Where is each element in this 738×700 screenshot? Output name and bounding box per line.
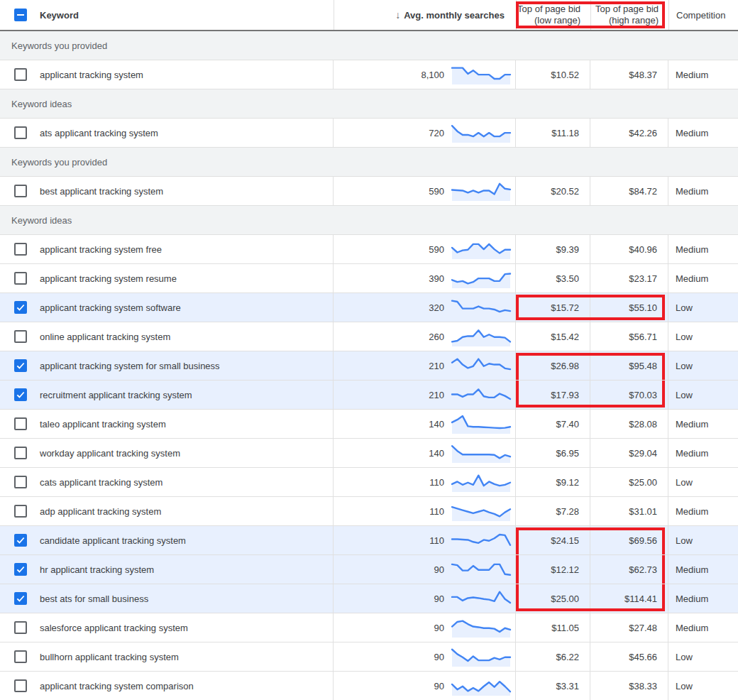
- row-checkbox[interactable]: [14, 301, 27, 314]
- keyword-cell: adp applicant tracking system: [40, 497, 334, 525]
- bid-high-cell: $84.72: [590, 177, 668, 205]
- row-checkbox[interactable]: [14, 592, 27, 605]
- section-header-label: Keyword ideas: [11, 215, 72, 226]
- bid-high-cell: $31.01: [590, 497, 668, 525]
- checkmark-icon: [16, 361, 26, 371]
- keyword-cell: applicant tracking system comparison: [40, 672, 334, 700]
- bid-high-value: $84.72: [629, 186, 657, 197]
- search-trend-sparkline[interactable]: [451, 647, 512, 667]
- table-row: workday applicant tracking system140$6.9…: [0, 439, 738, 468]
- column-header-searches[interactable]: ↓ Avg. monthly searches: [334, 0, 516, 30]
- keyword-cell: applicant tracking system for small busi…: [40, 351, 334, 380]
- column-header-keyword[interactable]: Keyword: [40, 0, 334, 30]
- search-trend-sparkline[interactable]: [451, 356, 512, 376]
- bid-low-cell: $3.50: [516, 264, 590, 292]
- bid-low-value: $6.95: [556, 448, 579, 459]
- keyword-cell: hr applicant tracking system: [40, 555, 334, 584]
- bid-high-cell: $27.48: [590, 613, 668, 642]
- keyword-text: bullhorn applicant tracking system: [40, 652, 179, 662]
- search-trend-sparkline[interactable]: [451, 65, 512, 84]
- search-trend-sparkline[interactable]: [451, 297, 512, 317]
- keyword-cell: salesforce applicant tracking system: [40, 613, 334, 642]
- competition-value: Medium: [676, 419, 708, 430]
- searches-value: 90: [434, 564, 444, 575]
- searches-value: 90: [434, 652, 444, 662]
- bid-low-cell: $3.31: [516, 672, 590, 700]
- table-row: applicant tracking system resume390$3.50…: [0, 264, 738, 293]
- search-trend-sparkline[interactable]: [451, 414, 512, 434]
- search-trend-sparkline[interactable]: [451, 501, 512, 521]
- bid-high-value: $45.66: [629, 652, 657, 662]
- checkmark-icon: [16, 564, 26, 574]
- select-all-checkbox[interactable]: [14, 9, 27, 21]
- competition-value: Low: [676, 652, 693, 662]
- row-checkbox[interactable]: [14, 272, 27, 285]
- row-checkbox-cell: [0, 613, 40, 642]
- search-trend-sparkline[interactable]: [451, 385, 512, 405]
- row-checkbox[interactable]: [14, 621, 27, 634]
- row-checkbox[interactable]: [14, 68, 27, 81]
- competition-cell: Low: [668, 351, 738, 380]
- table-row: applicant tracking system free590$9.39$4…: [0, 235, 738, 264]
- search-trend-sparkline[interactable]: [451, 618, 512, 638]
- bid-low-cell: $6.95: [516, 439, 590, 467]
- competition-value: Medium: [676, 623, 708, 633]
- bid-high-value: $40.96: [629, 244, 657, 255]
- column-header-competition[interactable]: Competition: [668, 0, 738, 30]
- table-row: best applicant tracking system590$20.52$…: [0, 177, 738, 206]
- bid-high-value: $48.37: [629, 70, 657, 80]
- row-checkbox[interactable]: [14, 505, 27, 518]
- row-checkbox[interactable]: [14, 417, 27, 430]
- row-checkbox-cell: [0, 293, 40, 322]
- searches-value: 90: [434, 681, 444, 691]
- bid-high-value: $42.26: [629, 128, 657, 138]
- search-trend-sparkline[interactable]: [451, 181, 512, 201]
- search-trend-sparkline[interactable]: [451, 676, 512, 696]
- table-row: taleo applicant tracking system140$7.40$…: [0, 410, 738, 439]
- row-checkbox[interactable]: [14, 534, 27, 547]
- row-checkbox[interactable]: [14, 243, 27, 256]
- bid-high-value: $23.17: [629, 273, 657, 284]
- row-checkbox[interactable]: [14, 563, 27, 576]
- section-header-row: Keywords you provided: [0, 148, 738, 177]
- competition-header-label: Competition: [676, 10, 725, 21]
- competition-value: Medium: [676, 128, 708, 138]
- column-header-bid-high[interactable]: Top of page bid(high range): [590, 0, 668, 30]
- bid-high-cell: $40.96: [590, 235, 668, 263]
- search-trend-sparkline[interactable]: [451, 268, 512, 288]
- bid-low-cell: $17.93: [516, 381, 590, 409]
- row-checkbox[interactable]: [14, 650, 27, 663]
- row-checkbox[interactable]: [14, 476, 27, 488]
- row-checkbox[interactable]: [14, 185, 27, 197]
- search-trend-sparkline[interactable]: [451, 530, 512, 550]
- bid-high-value: $55.10: [629, 302, 657, 313]
- bid-low-value: $7.40: [556, 419, 579, 430]
- search-trend-sparkline[interactable]: [451, 589, 512, 608]
- searches-value: 260: [429, 332, 444, 342]
- searches-cell: 90: [334, 642, 516, 671]
- search-trend-sparkline[interactable]: [451, 559, 512, 579]
- search-trend-sparkline[interactable]: [451, 472, 512, 492]
- row-checkbox[interactable]: [14, 126, 27, 139]
- competition-cell: Medium: [668, 410, 738, 438]
- column-header-bid-low[interactable]: Top of page bid(low range): [516, 0, 590, 30]
- row-checkbox[interactable]: [14, 388, 27, 401]
- row-checkbox[interactable]: [14, 330, 27, 343]
- bid-high-value: $29.04: [629, 448, 657, 459]
- row-checkbox[interactable]: [14, 679, 27, 692]
- search-trend-sparkline[interactable]: [451, 123, 512, 143]
- searches-cell: 140: [334, 410, 516, 438]
- search-trend-sparkline[interactable]: [451, 239, 512, 259]
- bid-low-value: $3.50: [556, 273, 579, 284]
- searches-value: 110: [429, 535, 444, 546]
- keyword-text: ats applicant tracking system: [40, 128, 158, 138]
- searches-cell: 590: [334, 235, 516, 263]
- select-all-cell: [0, 0, 40, 30]
- row-checkbox[interactable]: [14, 447, 27, 459]
- searches-cell: 140: [334, 439, 516, 467]
- bid-high-cell: $38.33: [590, 672, 668, 700]
- searches-value: 210: [429, 390, 444, 400]
- search-trend-sparkline[interactable]: [451, 327, 512, 346]
- search-trend-sparkline[interactable]: [451, 443, 512, 463]
- row-checkbox[interactable]: [14, 359, 27, 372]
